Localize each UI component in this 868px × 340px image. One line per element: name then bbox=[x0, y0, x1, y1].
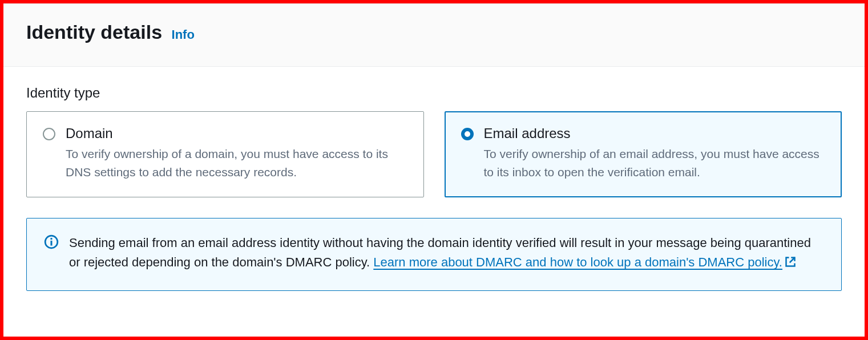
dmarc-learn-more-link[interactable]: Learn more about DMARC and how to look u… bbox=[373, 255, 796, 269]
panel-header: Identity details Info bbox=[3, 3, 865, 67]
identity-type-radio-group: Domain To verify ownership of a domain, … bbox=[26, 111, 842, 197]
radio-title-domain: Domain bbox=[66, 126, 407, 141]
external-link-icon bbox=[785, 254, 796, 273]
svg-rect-2 bbox=[50, 238, 52, 240]
info-icon bbox=[44, 234, 59, 249]
radio-icon bbox=[461, 128, 474, 140]
radio-card-email[interactable]: Email address To verify ownership of an … bbox=[445, 111, 842, 197]
dmarc-info-text: Sending email from an email address iden… bbox=[69, 233, 824, 273]
identity-details-panel: Identity details Info Identity type Doma… bbox=[3, 3, 865, 337]
svg-rect-1 bbox=[50, 241, 52, 246]
radio-desc-email: To verify ownership of an email address,… bbox=[484, 145, 826, 181]
radio-title-email: Email address bbox=[484, 126, 826, 141]
identity-type-label: Identity type bbox=[26, 85, 842, 101]
dmarc-info-box: Sending email from an email address iden… bbox=[26, 218, 842, 291]
radio-card-domain[interactable]: Domain To verify ownership of a domain, … bbox=[26, 111, 424, 197]
info-link[interactable]: Info bbox=[172, 27, 195, 42]
radio-content: Domain To verify ownership of a domain, … bbox=[66, 126, 407, 181]
radio-icon bbox=[43, 128, 55, 140]
radio-desc-domain: To verify ownership of a domain, you mus… bbox=[66, 145, 407, 181]
radio-content: Email address To verify ownership of an … bbox=[484, 126, 826, 181]
panel-content: Identity type Domain To verify ownership… bbox=[3, 67, 865, 302]
panel-title: Identity details bbox=[26, 21, 162, 43]
